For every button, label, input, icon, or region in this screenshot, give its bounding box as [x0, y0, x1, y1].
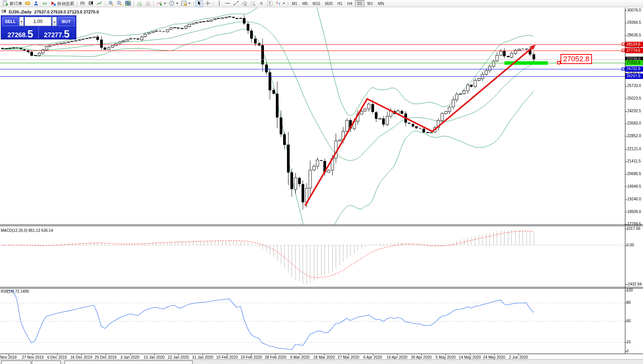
timeframe-h1[interactable]: H1	[335, 0, 345, 7]
toolbar-separator	[193, 1, 194, 6]
arrows-icon	[275, 0, 281, 7]
rsi-axis-label: 100	[627, 288, 633, 293]
price-tick: 22121.0	[627, 147, 641, 151]
timeframe-m1[interactable]: M1	[290, 0, 300, 7]
vertical-line-button[interactable]	[215, 0, 223, 7]
tile-windows-button[interactable]	[124, 0, 132, 7]
rsi-axis-label: 0	[627, 349, 629, 354]
sell-price[interactable]: 27268.5	[2, 27, 38, 39]
candlestick-chart-button[interactable]	[87, 0, 95, 7]
buy-price[interactable]: 27277.5	[38, 27, 75, 39]
chart-ohlc-values: 27537.0 27619.0 27123.0 27270.0	[34, 10, 99, 14]
chart-shift-button[interactable]	[144, 0, 152, 7]
toolbar-separator	[105, 1, 106, 6]
toolbar-separator	[153, 1, 154, 6]
horizontal-line-button[interactable]	[224, 0, 232, 7]
toolbar: 新订单自动交易EFATM1M5M15M30H1H4D1W1MN	[0, 0, 643, 7]
volume-down-button[interactable]: ▼	[19, 17, 24, 26]
date-tick: 6 Apr 2020	[363, 355, 382, 359]
date-tick: 14 May 2020	[459, 355, 481, 359]
buy-button[interactable]: BUY	[58, 17, 75, 26]
indicators-button[interactable]	[155, 0, 167, 7]
fibonacci-button[interactable]: F	[249, 0, 257, 7]
timeframe-m5[interactable]: M5	[300, 0, 310, 7]
templates-button[interactable]	[180, 0, 192, 7]
macd-axis-label: -2432.94	[627, 282, 641, 287]
timeframe-h4[interactable]: H4	[345, 0, 355, 7]
periods-button[interactable]	[168, 0, 180, 7]
community-icon	[33, 0, 39, 7]
price-tick: 24292.5	[627, 109, 641, 113]
cursor-button[interactable]	[195, 0, 203, 7]
text-label-button[interactable]: T	[266, 0, 274, 7]
macd-axis-label: 0.00	[627, 243, 634, 248]
trendline-icon	[233, 0, 239, 7]
sell-price-main: 27268.	[7, 32, 27, 38]
chevron-down-icon[interactable]	[188, 3, 191, 4]
date-tick: 6 Dec 2019	[47, 355, 67, 359]
autotrading-icon	[50, 0, 56, 7]
rsi-axis-label: 50	[627, 319, 631, 323]
date-tick: 18 Mar 2020	[313, 355, 335, 359]
volume-up-button[interactable]: ▲	[52, 17, 57, 26]
crosshair-button[interactable]	[204, 0, 212, 7]
templates-icon	[181, 0, 187, 7]
price-callout-label[interactable]: 27052.8	[561, 54, 592, 64]
zoom-in-icon	[108, 0, 114, 7]
sell-button[interactable]: SELL	[2, 17, 18, 26]
autoscroll-button[interactable]	[135, 0, 143, 7]
text-button[interactable]: A	[257, 0, 265, 7]
price-tick: 17799.5	[627, 222, 641, 226]
toolbar-separator	[134, 1, 134, 6]
chart-tab-bar	[0, 359, 643, 364]
signal-button[interactable]	[41, 0, 49, 7]
callout-anchor-marker[interactable]	[557, 61, 561, 64]
chat-button[interactable]	[631, 0, 638, 7]
timeframe-m15[interactable]: M15	[310, 0, 322, 7]
chart-symbol-icon	[2, 9, 6, 15]
price-tick: 20680.5	[627, 172, 641, 176]
price-tick: 22852.0	[627, 134, 641, 138]
date-tick: 16 Apr 2020	[387, 355, 407, 359]
volume-input[interactable]: 1.00	[25, 17, 51, 26]
zoom-out-button[interactable]	[115, 0, 124, 7]
price-tick: 29366.5	[627, 20, 641, 25]
chart-tab[interactable]	[64, 361, 193, 364]
chart-symbol-period: DJ30-,Daily	[9, 10, 31, 14]
main-chart-canvas[interactable]	[0, 0, 643, 364]
line-chart-icon	[97, 0, 102, 7]
sponge-icon	[25, 0, 31, 7]
chevron-down-icon[interactable]	[176, 3, 178, 4]
svg-text:E: E	[245, 4, 247, 6]
trendline-button[interactable]	[232, 0, 240, 7]
sell-price-big-digit: 5	[27, 30, 33, 38]
zoom-in-button[interactable]	[107, 0, 115, 7]
community-button[interactable]	[32, 0, 40, 7]
rsi-indicator-label: RSI(14) 72.1499	[1, 289, 29, 293]
timeframe-mn[interactable]: MN	[376, 0, 386, 7]
timeframe-w1[interactable]: W1	[365, 0, 375, 7]
timeframe-d1[interactable]: D1	[355, 0, 364, 7]
new-order-button[interactable]: 新订单	[2, 0, 23, 7]
line-chart-button[interactable]	[96, 0, 104, 7]
autotrading-button[interactable]: 自动交易	[49, 0, 75, 7]
bar-chart-button[interactable]	[79, 0, 87, 7]
autotrading-label: 自动交易	[57, 1, 74, 7]
chart-tab[interactable]	[32, 361, 61, 364]
timeframe-m30[interactable]: M30	[323, 0, 335, 7]
arrows-button[interactable]	[274, 0, 286, 7]
search-button[interactable]	[621, 0, 628, 7]
svg-text:T: T	[269, 2, 271, 5]
price-tick: 18509.0	[627, 210, 641, 214]
chart-tab[interactable]	[1, 361, 31, 364]
sponge-button[interactable]	[24, 0, 32, 7]
horizontal-line-icon	[225, 0, 231, 7]
vertical-line-icon	[216, 0, 222, 7]
svg-text:A: A	[260, 1, 263, 5]
buy-price-main: 27277.	[44, 32, 64, 38]
chevron-down-icon[interactable]	[283, 3, 285, 4]
rsi-axis-label: 15	[627, 340, 631, 344]
chevron-down-icon[interactable]	[164, 3, 166, 4]
channel-button[interactable]: E	[241, 0, 249, 7]
price-tick: 28635.5	[627, 33, 641, 38]
